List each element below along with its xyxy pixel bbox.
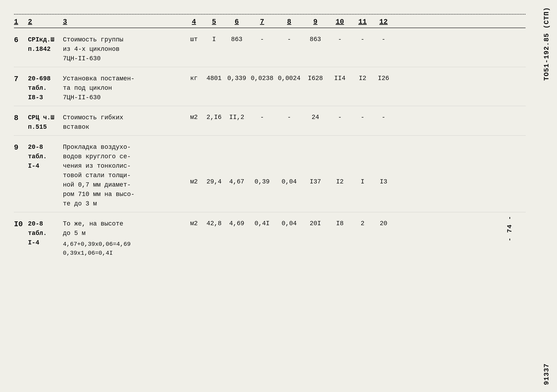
table-row: 6 СРIкд.Шп.1842 Стоимость группыиз 4-х ц… xyxy=(14,28,525,67)
row9-col10: I xyxy=(351,178,374,186)
row10-ref: 20-8табл.I-4 xyxy=(28,219,63,247)
row7-col11: I26 xyxy=(374,74,393,83)
side-note-middle: - 74 - xyxy=(506,216,513,241)
top-dashed-line xyxy=(14,14,525,15)
header-col12: 12 xyxy=(374,18,393,26)
row9-num: 9 xyxy=(14,143,28,153)
row8-unit: м2 xyxy=(185,113,203,122)
row8-col11: - xyxy=(374,113,393,122)
header-col9: 9 xyxy=(302,18,328,26)
header-col1: 1 xyxy=(14,18,28,26)
row10-col6: 0,4I xyxy=(248,219,276,228)
row10-col5: 4,69 xyxy=(225,219,248,228)
row8-col8: 24 xyxy=(302,113,328,122)
row8-col9: - xyxy=(328,113,351,122)
row8-desc: Стоимость гибкихвставок xyxy=(63,113,185,132)
row8-ref: СРЦ ч.Шп.515 xyxy=(28,113,63,132)
row7-col5: 0,339 xyxy=(225,74,248,83)
row7-col4: 4801 xyxy=(203,74,225,83)
row10-col10: 2 xyxy=(351,219,374,228)
row9-col8: I37 xyxy=(302,178,328,186)
row8-col10: - xyxy=(351,113,374,122)
header-col4: 4 xyxy=(185,18,203,26)
row10-col7: 0,04 xyxy=(276,219,302,228)
header-col5: 5 xyxy=(203,18,225,26)
row9-ref: 20-8табл.I-4 xyxy=(28,143,63,171)
table-row: I0 20-8табл.I-4 То же, на высотедо 5 м 4… xyxy=(14,212,525,261)
row6-col4: I xyxy=(203,35,225,44)
row10-col8: 20I xyxy=(302,219,328,228)
row9-col5: 4,67 xyxy=(225,178,248,186)
row9-col4: 29,4 xyxy=(203,178,225,186)
row10-col11: 20 xyxy=(374,219,393,228)
row8-col5: II,2 xyxy=(225,113,248,122)
header-col11: 11 xyxy=(351,18,374,26)
row6-desc: Стоимость группыиз 4-х циклонов7ЦН-II-63… xyxy=(63,35,185,63)
row6-col5: 863 xyxy=(225,35,248,44)
row7-unit: кг xyxy=(185,74,203,83)
row8-col4: 2,I6 xyxy=(203,113,225,122)
row10-desc: То же, на высотедо 5 м 4,67+0,39х0,06=4,… xyxy=(63,219,185,258)
row9-col6: 0,39 xyxy=(248,178,276,186)
side-label-top: ТО51-192.85 (СТП) xyxy=(543,7,550,81)
row9-col11: I3 xyxy=(374,178,393,186)
row6-col9: - xyxy=(328,35,351,44)
row6-ref: СРIкд.Шп.1842 xyxy=(28,35,63,54)
row7-col8: I628 xyxy=(302,74,328,83)
row8-num: 8 xyxy=(14,113,28,123)
row6-col11: - xyxy=(374,35,393,44)
header-col3: 3 xyxy=(63,18,185,26)
main-content: 1 2 3 4 5 6 7 8 9 10 11 12 6 СРIкд.Шп.18… xyxy=(0,0,536,392)
row8-col6: - xyxy=(248,113,276,122)
row9-unit: м2 xyxy=(185,178,203,186)
header-row: 1 2 3 4 5 6 7 8 9 10 11 12 xyxy=(14,18,525,28)
row7-col10: I2 xyxy=(351,74,374,83)
row9-desc: Прокладка воздухо-водов круглого се-чени… xyxy=(63,143,185,209)
side-label-bottom: 91337 xyxy=(543,363,550,385)
row6-col7: - xyxy=(276,35,302,44)
row6-unit: шт xyxy=(185,35,203,44)
row6-num: 6 xyxy=(14,35,28,45)
table-row: 8 СРЦ ч.Шп.515 Стоимость гибкихвставок м… xyxy=(14,106,525,136)
row9-col9: I2 xyxy=(328,178,351,186)
table-body: 6 СРIкд.Шп.1842 Стоимость группыиз 4-х ц… xyxy=(14,28,525,261)
header-col8: 8 xyxy=(276,18,302,26)
header-col2: 2 xyxy=(28,18,63,26)
row7-desc: Установка постамен-та под циклон7ЦН-II-6… xyxy=(63,74,185,102)
table-row: 9 20-8табл.I-4 Прокладка воздухо-водов к… xyxy=(14,136,525,212)
row6-col8: 863 xyxy=(302,35,328,44)
row7-col9: II4 xyxy=(328,74,351,83)
row10-unit: м2 xyxy=(185,219,203,228)
row7-num: 7 xyxy=(14,74,28,84)
row6-col10: - xyxy=(351,35,374,44)
row7-col6: 0,0238 xyxy=(248,74,276,83)
row9-col7: 0,04 xyxy=(276,178,302,186)
row8-col7: - xyxy=(276,113,302,122)
header-col10: 10 xyxy=(328,18,351,26)
row6-col6: - xyxy=(248,35,276,44)
header-col6: 6 xyxy=(225,18,248,26)
row10-col4: 42,8 xyxy=(203,219,225,228)
row7-ref: 20-698табл.I8-3 xyxy=(28,74,63,102)
side-label-container: ТО51-192.85 (СТП) 91337 xyxy=(536,0,557,392)
table-row: 7 20-698табл.I8-3 Установка постамен-та … xyxy=(14,67,525,106)
row7-col7: 0,0024 xyxy=(276,74,302,83)
row10-num: I0 xyxy=(14,219,28,229)
row10-note: 4,67+0,39х0,06=4,690,39х1,06=0,4I xyxy=(63,240,185,258)
row10-col9: I8 xyxy=(328,219,351,228)
header-col7: 7 xyxy=(248,18,276,26)
page: 1 2 3 4 5 6 7 8 9 10 11 12 6 СРIкд.Шп.18… xyxy=(0,0,557,392)
